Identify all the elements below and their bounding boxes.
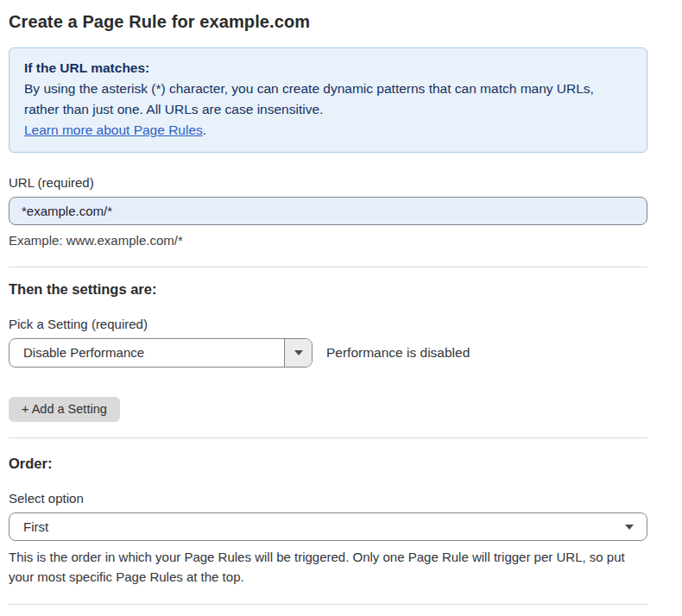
url-field-label: URL (required)	[9, 175, 647, 190]
order-help-text: This is the order in which your Page Rul…	[9, 547, 647, 587]
chevron-down-icon	[625, 525, 634, 530]
setting-dropdown-button[interactable]	[284, 339, 312, 367]
info-callout-heading: If the URL matches:	[24, 58, 632, 79]
page-title: Create a Page Rule for example.com	[9, 12, 647, 32]
settings-section-heading: Then the settings are:	[9, 281, 647, 298]
setting-picker-label: Pick a Setting (required)	[9, 317, 647, 331]
learn-more-link[interactable]: Learn more about Page Rules	[24, 123, 203, 137]
chevron-down-icon	[294, 350, 303, 355]
url-example-text: Example: www.example.com/*	[9, 233, 647, 248]
divider	[9, 604, 647, 605]
order-section-heading: Order:	[9, 456, 647, 472]
page-rule-form: Create a Page Rule for example.com If th…	[0, 0, 673, 616]
order-select-value: First	[9, 513, 647, 540]
add-setting-button[interactable]: + Add a Setting	[9, 397, 120, 422]
info-callout-link-line: Learn more about Page Rules.	[24, 120, 632, 141]
order-select-label: Select option	[9, 491, 647, 506]
order-select[interactable]: First	[9, 512, 647, 541]
info-callout-body: By using the asterisk (*) character, you…	[24, 79, 632, 120]
setting-status-text: Performance is disabled	[326, 345, 470, 361]
url-match-info-callout: If the URL matches: By using the asteris…	[9, 47, 647, 153]
setting-dropdown-value: Disable Performance	[9, 339, 284, 367]
link-suffix: .	[203, 123, 206, 137]
setting-row: Disable Performance Performance is disab…	[9, 338, 647, 368]
url-input[interactable]	[9, 197, 647, 225]
setting-dropdown[interactable]: Disable Performance	[9, 338, 313, 368]
